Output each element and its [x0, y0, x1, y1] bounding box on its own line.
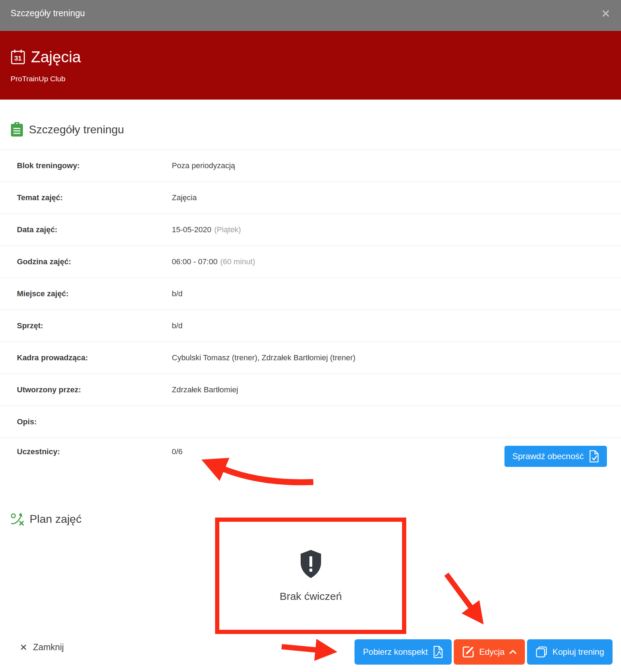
table-row: Blok treningowy: Poza periodyzacją: [0, 150, 621, 182]
detail-value-text: b/d: [172, 321, 183, 330]
detail-value-muted: (Piątek): [214, 225, 241, 234]
edit-pencil-icon: [462, 646, 474, 658]
check-attendance-label: Sprawdź obecność: [512, 451, 584, 461]
details-table: Blok treningowy: Poza periodyzacją Temat…: [0, 150, 621, 489]
document-check-icon: [589, 450, 599, 463]
detail-value-text: Cybulski Tomasz (trener), Zdrzałek Bartł…: [172, 353, 356, 362]
detail-label: Kadra prowadząca:: [17, 353, 172, 362]
edit-button[interactable]: Edycja: [454, 639, 525, 665]
plan-and-footer: Plan zajęć Brak ćwiczeń ✕ Zamknij Pobier…: [0, 489, 621, 672]
download-outline-label: Pobierz konspekt: [363, 647, 428, 657]
empty-state-text: Brak ćwiczeń: [280, 590, 342, 602]
table-row: Sprzęt: b/d: [0, 310, 621, 342]
detail-value: Zajęcia: [172, 193, 200, 202]
detail-value: 06:00 - 07:00(60 minut): [172, 257, 255, 266]
table-row: Opis:: [0, 406, 621, 438]
detail-value-text: b/d: [172, 289, 183, 298]
close-label: Zamknij: [33, 642, 64, 652]
chevron-up-icon: [509, 650, 516, 654]
download-outline-button[interactable]: Pobierz konspekt: [355, 639, 452, 665]
close-modal-button[interactable]: ✕ Zamknij: [20, 642, 64, 652]
detail-value: Zdrzałek Bartłomiej: [172, 385, 241, 394]
shield-exclamation-icon: [300, 550, 322, 578]
training-banner: 31 Zajęcia ProTrainUp Club: [0, 31, 621, 100]
table-row: Miejsce zajęć: b/d: [0, 278, 621, 310]
detail-value: b/d: [172, 289, 186, 298]
page-title: Zajęcia: [31, 49, 81, 65]
no-exercises-annotation-box: Brak ćwiczeń: [215, 518, 406, 634]
detail-label: Blok treningowy:: [17, 161, 172, 170]
calendar-icon: 31: [11, 49, 25, 65]
copy-training-button[interactable]: Kopiuj trening: [527, 639, 613, 665]
detail-label: Utworzony przez:: [17, 385, 172, 394]
detail-label: Miejsce zajęć:: [17, 289, 172, 298]
detail-label: Opis:: [17, 417, 172, 426]
modal-header: Szczegóły treningu ✕: [0, 0, 621, 31]
detail-label: Temat zajęć:: [17, 193, 172, 202]
detail-value-text: Poza periodyzacją: [172, 161, 235, 170]
participants-label: Uczestnicy:: [17, 447, 172, 456]
detail-label: Godzina zajęć:: [17, 257, 172, 266]
tactics-icon: [11, 512, 25, 526]
footer-action-buttons: Pobierz konspekt Edycja: [355, 639, 613, 665]
detail-value: Poza periodyzacją: [172, 161, 238, 170]
detail-label: Data zajęć:: [17, 225, 172, 234]
detail-value: Cybulski Tomasz (trener), Zdrzałek Bartł…: [172, 353, 358, 362]
check-attendance-button[interactable]: Sprawdź obecność: [504, 446, 607, 467]
copy-icon: [535, 646, 547, 658]
table-row: Temat zajęć: Zajęcia: [0, 182, 621, 214]
pdf-file-icon: [433, 646, 443, 658]
club-name: ProTrainUp Club: [11, 75, 610, 83]
copy-training-label: Kopiuj trening: [552, 647, 604, 657]
detail-value-text: Zajęcia: [172, 193, 197, 202]
detail-value: [172, 417, 175, 426]
plan-section-title: Plan zajęć: [30, 513, 82, 526]
modal-title: Szczegóły treningu: [11, 8, 85, 18]
participants-count: 0/6: [172, 447, 183, 456]
training-details-modal: { "modal": { "title": "Szczegóły trening…: [0, 0, 621, 672]
close-x-icon: ✕: [20, 643, 27, 652]
detail-label: Sprzęt:: [17, 321, 172, 330]
participants-row: Uczestnicy: 0/6 Sprawdź obecność: [0, 438, 621, 489]
detail-value: b/d: [172, 321, 186, 330]
detail-value-text: 06:00 - 07:00: [172, 257, 218, 266]
table-row: Utworzony przez: Zdrzałek Bartłomiej: [0, 374, 621, 406]
svg-text:31: 31: [14, 55, 22, 62]
detail-value-muted: (60 minut): [220, 257, 255, 266]
details-section-title: Szczegóły treningu: [29, 122, 124, 137]
plan-section-header: Plan zajęć: [11, 512, 82, 526]
table-row: Godzina zajęć: 06:00 - 07:00(60 minut): [0, 246, 621, 278]
details-section-header: Szczegóły treningu: [0, 100, 621, 137]
table-row: Kadra prowadząca: Cybulski Tomasz (trene…: [0, 342, 621, 374]
clipboard-icon: [11, 122, 23, 137]
table-row: Data zajęć: 15-05-2020(Piątek): [0, 214, 621, 246]
close-icon[interactable]: ✕: [601, 8, 610, 19]
detail-value-text: Zdrzałek Bartłomiej: [172, 385, 238, 394]
detail-value: 15-05-2020(Piątek): [172, 225, 241, 234]
detail-value-text: 15-05-2020: [172, 225, 212, 234]
edit-label: Edycja: [479, 647, 504, 657]
